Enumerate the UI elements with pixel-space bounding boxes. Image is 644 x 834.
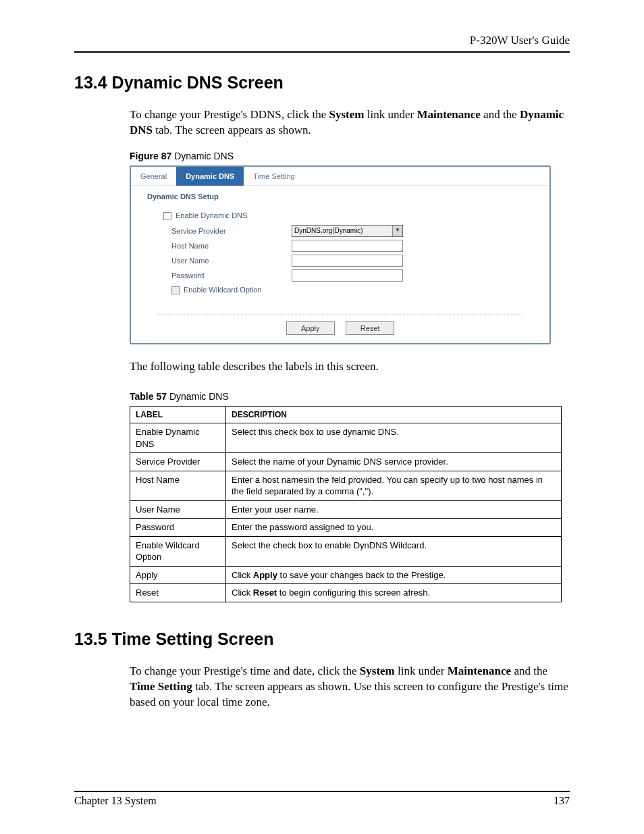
td-label: Reset xyxy=(130,584,226,602)
tab-bar: GeneralDynamic DNSTime Setting xyxy=(131,167,549,186)
rule-bottom xyxy=(74,791,570,792)
figure-caption: Figure 87 Dynamic DNS xyxy=(130,151,570,161)
t: tab. The screen appears as shown. xyxy=(153,124,311,136)
td-desc: Select the check box to enable DynDNS Wi… xyxy=(226,536,562,566)
table-number: Table 57 xyxy=(130,391,167,402)
t: To change your Prestige's DDNS, click th… xyxy=(130,108,329,121)
th-label: Label xyxy=(130,406,226,423)
td-label: User Name xyxy=(130,500,226,519)
label-enable-ddns: Enable Dynamic DNS xyxy=(176,211,247,219)
table-row: Enable Dynamic DNS Select this check box… xyxy=(130,423,562,453)
input-password[interactable] xyxy=(292,269,403,282)
t: and the xyxy=(511,664,547,677)
t: link under xyxy=(365,108,417,121)
footer-chapter: Chapter 13 System xyxy=(74,795,157,807)
td-label: Apply xyxy=(130,566,226,584)
tab-dynamic-dns[interactable]: Dynamic DNS xyxy=(176,167,244,186)
td-desc: Enter your user name. xyxy=(226,500,562,519)
figure-divider xyxy=(158,314,522,315)
table-intro: The following table describes the labels… xyxy=(130,359,570,375)
section-134-title: 13.4 Dynamic DNS Screen xyxy=(74,73,570,93)
header-guide: P-320W User's Guide xyxy=(74,34,570,47)
td-label: Enable Dynamic DNS xyxy=(130,423,226,453)
tab-time-setting[interactable]: Time Setting xyxy=(244,167,304,186)
t-bold: Maintenance xyxy=(448,664,511,677)
figure-dynamic-dns: GeneralDynamic DNSTime Setting Dynamic D… xyxy=(130,165,551,344)
table-row: Password Enter the password assigned to … xyxy=(130,519,562,537)
checkbox-enable-ddns[interactable] xyxy=(163,212,171,220)
footer-page-number: 137 xyxy=(554,795,570,807)
table-title: Dynamic DNS xyxy=(167,391,229,402)
rule-top xyxy=(74,51,570,53)
label-enable-wildcard: Enable Wildcard Option xyxy=(184,286,262,294)
checkbox-enable-wildcard[interactable] xyxy=(171,286,180,294)
td-desc: Select the name of your Dynamic DNS serv… xyxy=(226,453,562,471)
input-host-name[interactable] xyxy=(292,240,403,252)
section-135-title: 13.5 Time Setting Screen xyxy=(74,629,570,649)
td-desc: Select this check box to use dynamic DNS… xyxy=(226,423,562,453)
label-service-provider: Service Provider xyxy=(163,227,292,235)
figure-section-title: Dynamic DNS Setup xyxy=(131,186,549,206)
section-135-para: To change your Prestige's time and date,… xyxy=(130,664,570,710)
td-label: Password xyxy=(130,519,226,537)
label-password: Password xyxy=(163,271,292,280)
td-desc: Enter the password assigned to you. xyxy=(226,519,562,537)
t-bold: Maintenance xyxy=(417,108,480,121)
table-row: Apply Click Apply to save your changes b… xyxy=(130,566,562,584)
figure-title: Dynamic DNS xyxy=(171,151,234,161)
apply-button[interactable]: Apply xyxy=(286,321,335,335)
t: tab. The screen appears as shown. Use th… xyxy=(130,680,568,708)
t-bold: System xyxy=(329,108,365,121)
th-description: Description xyxy=(226,406,562,423)
table-dynamic-dns: Label Description Enable Dynamic DNS Sel… xyxy=(130,406,562,602)
select-service-provider[interactable]: DynDNS.org(Dynamic)▼ xyxy=(292,225,403,237)
td-label: Service Provider xyxy=(130,453,226,471)
select-service-provider-value: DynDNS.org(Dynamic) xyxy=(294,227,363,234)
label-host-name: Host Name xyxy=(163,242,292,250)
table-row: Reset Click Reset to begin configuring t… xyxy=(130,584,562,602)
td-label: Enable Wildcard Option xyxy=(130,536,226,566)
td-label: Host Name xyxy=(130,471,226,500)
table-row: Label Description xyxy=(130,406,562,423)
table-row: Host Name Enter a host namesin the feld … xyxy=(130,471,562,500)
label-user-name: User Name xyxy=(163,257,292,265)
figure-number: Figure 87 xyxy=(130,151,171,161)
table-row: Enable Wildcard Option Select the check … xyxy=(130,536,562,566)
td-desc: Click Reset to begin configuring this sc… xyxy=(226,584,562,602)
section-134-para: To change your Prestige's DDNS, click th… xyxy=(130,107,570,138)
input-user-name[interactable] xyxy=(292,255,403,267)
t-bold: System xyxy=(360,664,395,677)
table-row: Service Provider Select the name of your… xyxy=(130,453,562,471)
table-row: User Name Enter your user name. xyxy=(130,500,562,519)
chevron-down-icon: ▼ xyxy=(392,226,402,236)
tab-general[interactable]: General xyxy=(131,167,176,186)
table-caption: Table 57 Dynamic DNS xyxy=(130,391,570,402)
label-enable-ddns-wrap: Enable Dynamic DNS xyxy=(163,211,292,220)
t: and the xyxy=(481,108,520,121)
t: To change your Prestige's time and date,… xyxy=(130,664,360,677)
label-enable-wildcard-wrap: Enable Wildcard Option xyxy=(163,286,292,294)
t-bold: Time Setting xyxy=(130,680,192,693)
td-desc: Click Apply to save your changes back to… xyxy=(226,566,562,584)
t: link under xyxy=(395,664,448,677)
td-desc: Enter a host namesin the feld provided. … xyxy=(226,471,562,500)
reset-button[interactable]: Reset xyxy=(346,321,394,335)
